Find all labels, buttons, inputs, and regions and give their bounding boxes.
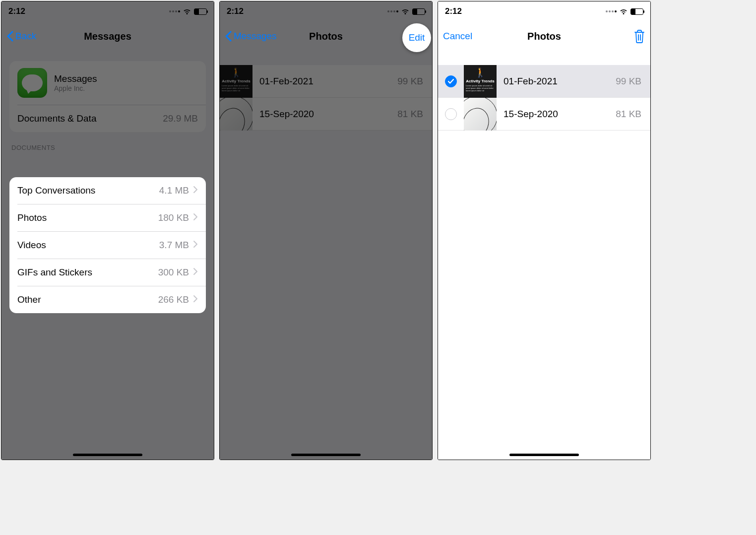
cancel-button[interactable]: Cancel [443, 31, 472, 42]
walking-person-icon: 🚶 [231, 67, 242, 78]
signal-icon [169, 10, 180, 12]
back-label: Messages [234, 31, 277, 42]
edit-highlight-circle[interactable]: Edit [402, 23, 431, 52]
chevron-right-icon [193, 212, 198, 223]
status-bar: 2:12 [220, 1, 432, 21]
status-time: 2:12 [445, 6, 462, 16]
wifi-icon [401, 8, 410, 15]
nav-bar: Back Messages [1, 21, 214, 51]
photos-list-edit: 🚶 Activity Trends Lorem ipsum dolor sit … [438, 65, 650, 131]
wifi-icon [619, 8, 628, 15]
app-info-card: Messages Apple Inc. Documents & Data 29.… [9, 61, 206, 132]
chevron-right-icon [193, 240, 198, 251]
signal-icon [387, 10, 398, 12]
chevron-back-icon [225, 31, 232, 42]
status-time: 2:12 [227, 6, 244, 16]
wifi-icon [183, 8, 191, 15]
home-indicator[interactable] [291, 454, 361, 456]
list-item[interactable]: Videos 3.7 MB [9, 232, 206, 259]
photo-thumbnail [220, 98, 252, 131]
delete-button[interactable] [633, 29, 645, 43]
documents-list: Top Conversations 4.1 MB Photos 180 KB [9, 177, 206, 313]
photos-list: 🚶 Activity Trends Lorem ipsum dolor sit … [220, 65, 432, 131]
documents-data-row: Documents & Data 29.9 MB [9, 105, 206, 132]
status-bar: 2:12 [1, 1, 214, 21]
chevron-back-icon [6, 31, 13, 42]
walking-person-icon: 🚶 [475, 67, 486, 78]
photo-thumbnail [464, 98, 497, 131]
list-item[interactable]: 15-Sep-2020 81 KB [438, 98, 650, 131]
battery-icon [194, 8, 207, 15]
photo-thumbnail: 🚶 Activity Trends Lorem ipsum dolor sit … [464, 65, 497, 98]
signal-icon [606, 10, 617, 12]
back-button[interactable]: Back [6, 31, 36, 42]
selection-checkbox[interactable] [445, 108, 457, 120]
messages-app-icon [17, 68, 47, 98]
trash-icon [633, 29, 645, 43]
battery-icon [412, 8, 425, 15]
list-item[interactable]: 🚶 Activity Trends Lorem ipsum dolor sit … [438, 65, 650, 98]
screen-photos-edit: 2:12 Cancel Photos [438, 1, 651, 460]
list-item[interactable]: 🚶 Activity Trends Lorem ipsum dolor sit … [220, 65, 432, 98]
nav-bar: Messages Photos Edit [220, 21, 432, 51]
list-item[interactable]: 15-Sep-2020 81 KB [220, 98, 432, 131]
section-header-documents: DOCUMENTS [9, 144, 206, 156]
screen-messages-storage: 2:12 Back Messages [1, 1, 214, 460]
cancel-label: Cancel [443, 31, 472, 42]
list-item[interactable]: Photos 180 KB [9, 204, 206, 231]
home-indicator[interactable] [73, 454, 142, 456]
list-item[interactable]: GIFs and Stickers 300 KB [9, 259, 206, 286]
app-vendor: Apple Inc. [54, 84, 97, 92]
documents-data-label: Documents & Data [17, 113, 96, 124]
list-item[interactable]: Other 266 KB [9, 286, 206, 313]
nav-bar: Cancel Photos [438, 21, 650, 51]
list-item[interactable]: Top Conversations 4.1 MB [9, 177, 206, 204]
selection-checkbox[interactable] [445, 75, 457, 87]
app-name: Messages [54, 73, 97, 84]
photo-thumbnail: 🚶 Activity Trends Lorem ipsum dolor sit … [220, 65, 252, 98]
chevron-right-icon [193, 267, 198, 278]
status-time: 2:12 [8, 6, 25, 16]
back-label: Back [15, 31, 36, 42]
documents-data-value: 29.9 MB [163, 113, 198, 124]
back-button[interactable]: Messages [225, 31, 277, 42]
screen-photos-list: 2:12 Messages Photos Edit 🚶 [219, 1, 433, 460]
home-indicator[interactable] [509, 454, 579, 456]
chevron-right-icon [193, 185, 198, 196]
battery-icon [630, 8, 643, 15]
chevron-right-icon [193, 294, 198, 305]
status-bar: 2:12 [438, 1, 650, 21]
